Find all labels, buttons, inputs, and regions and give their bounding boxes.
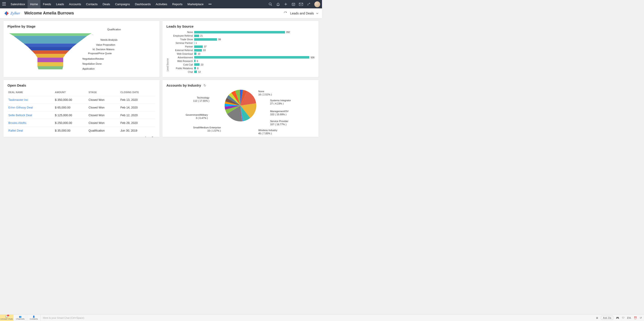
svg-point-0: [269, 3, 271, 5]
lead-row: Web Research6: [169, 59, 314, 63]
lead-bar[interactable]: [194, 31, 285, 34]
leads-y-axis-label: Lead Source: [166, 58, 169, 71]
tools-icon[interactable]: [305, 0, 312, 8]
lead-category: None: [169, 31, 194, 34]
lead-row: Partner37: [169, 45, 314, 48]
svg-marker-8: [9, 33, 92, 36]
sub-header: Zylker Welcome Amelia Burrows Leads and …: [0, 8, 322, 18]
chevron-down-icon: [316, 13, 318, 14]
lead-category: Public Relations: [169, 67, 194, 70]
lead-bar[interactable]: [194, 60, 196, 62]
lead-value: 21: [200, 34, 203, 37]
search-icon[interactable]: [266, 0, 274, 8]
lead-bar[interactable]: [194, 63, 200, 66]
lead-bar[interactable]: [194, 46, 203, 48]
svg-marker-11: [28, 47, 73, 50]
nav-marketplace[interactable]: Marketplace: [185, 0, 206, 8]
nav-feeds[interactable]: Feeds: [40, 0, 54, 8]
lead-bar[interactable]: [194, 71, 197, 73]
col-amount[interactable]: AMOUNT: [54, 90, 88, 96]
deal-amount: $ 350,000.00: [54, 96, 88, 104]
card-leads: Leads by Source Lead Source None392Emplo…: [162, 21, 319, 77]
pie-label: Wireless Industry45 ( 7.05% ): [258, 129, 277, 135]
deal-stage: Closed Won: [88, 104, 120, 111]
funnel-label: Qualification: [107, 28, 121, 31]
lead-category: Web Research: [169, 60, 194, 62]
lead-bar[interactable]: [194, 35, 199, 37]
pager-sep: to: [148, 136, 150, 137]
nav-contacts[interactable]: Contacts: [84, 0, 100, 8]
plus-icon[interactable]: [282, 0, 290, 8]
deal-closing: Feb 29, 2020: [120, 119, 156, 127]
lead-row: External Referral33: [169, 49, 314, 52]
lead-bar[interactable]: [194, 67, 196, 69]
svg-marker-10: [24, 44, 77, 47]
lead-bar[interactable]: [194, 38, 217, 41]
card-accounts: Accounts by Industry ↻ None16 ( 2.51% ) …: [162, 80, 319, 137]
nav-deals[interactable]: Deals: [100, 0, 112, 8]
pager-prev-icon[interactable]: ‹: [142, 136, 144, 137]
lead-bar[interactable]: [194, 56, 309, 59]
bell-icon[interactable]: [274, 0, 282, 8]
nav-reports[interactable]: Reports: [170, 0, 185, 8]
lead-value: 23: [201, 63, 204, 66]
mail-icon[interactable]: [297, 0, 305, 8]
leads-chart: Lead Source None392Employee Referral21Tr…: [166, 31, 314, 74]
lead-value: 392: [286, 31, 290, 34]
nav-salesinbox[interactable]: SalesInbox: [8, 0, 28, 8]
brand-name: Zylker: [10, 11, 20, 16]
hamburger-icon[interactable]: [0, 2, 8, 6]
lead-value: 99: [218, 38, 221, 41]
nav-dashboards[interactable]: Dashboards: [132, 0, 153, 8]
view-selector[interactable]: Leads and Deals: [290, 12, 320, 15]
avatar[interactable]: [314, 1, 320, 7]
pie-label: None16 ( 2.51% ): [258, 90, 272, 96]
deal-closing: Jun 30, 2019: [120, 127, 156, 135]
lead-category: Web Download: [169, 53, 194, 55]
deal-link[interactable]: Selle Bellock Deal: [8, 114, 32, 117]
lead-row: Cold Call23: [169, 63, 314, 66]
svg-marker-15: [38, 62, 63, 66]
svg-marker-9: [14, 36, 88, 44]
deal-link[interactable]: Erinn Gilhooy Deal: [8, 106, 33, 109]
deal-amount: $ 65,000.00: [54, 104, 88, 111]
nav-home[interactable]: Home: [28, 0, 40, 8]
calendar-icon[interactable]: 31: [290, 0, 297, 8]
svg-marker-12: [32, 50, 69, 54]
funnel-label: Needs Analysis: [100, 39, 118, 41]
lead-row: Employee Referral21: [169, 34, 314, 38]
table-row: Selle Bellock Deal$ 125,000.00Closed Won…: [8, 111, 156, 119]
pie-label: Small/Medium Enterprise10 ( 1.57% ): [193, 126, 221, 132]
lead-row: Chat12: [169, 70, 314, 74]
open-deals-table: DEAL NAME AMOUNT STAGE CLOSING DATE Task…: [8, 90, 156, 134]
lead-category: Cold Call: [169, 63, 194, 66]
pager-next-icon[interactable]: ›: [155, 136, 156, 137]
col-deal-name[interactable]: DEAL NAME: [8, 90, 54, 96]
deal-link[interactable]: Brooks Altofts: [8, 121, 26, 125]
nav-leads[interactable]: Leads: [54, 0, 66, 8]
lead-bar[interactable]: [194, 42, 194, 44]
nav-more-icon[interactable]: •••: [206, 0, 214, 8]
lead-value: 10: [198, 53, 200, 55]
lead-row: Advertisement506: [169, 56, 314, 59]
svg-text:31: 31: [293, 4, 294, 6]
lead-category: Partner: [169, 45, 194, 48]
lead-row: Seminar Partner1: [169, 41, 314, 45]
lead-bar[interactable]: [194, 53, 196, 55]
svg-marker-13: [35, 54, 66, 58]
deal-closing: Feb 12, 2020: [120, 111, 156, 119]
deal-link[interactable]: Raftel Deal: [8, 129, 23, 132]
col-stage[interactable]: STAGE: [88, 90, 120, 96]
nav-activities[interactable]: Activities: [153, 0, 170, 8]
lead-category: Trade Show: [169, 38, 194, 41]
lead-value: 6: [197, 60, 198, 62]
card-refresh-icon[interactable]: ↻: [204, 83, 206, 88]
nav-accounts[interactable]: Accounts: [66, 0, 84, 8]
refresh-icon[interactable]: [284, 11, 287, 15]
lead-category: Advertisement: [169, 56, 194, 59]
view-selector-label: Leads and Deals: [290, 12, 314, 15]
deal-link[interactable]: Taskmaster Inc: [8, 98, 28, 102]
nav-campaigns[interactable]: Campaigns: [113, 0, 132, 8]
col-closing[interactable]: CLOSING DATE: [120, 90, 156, 96]
lead-bar[interactable]: [194, 49, 202, 52]
